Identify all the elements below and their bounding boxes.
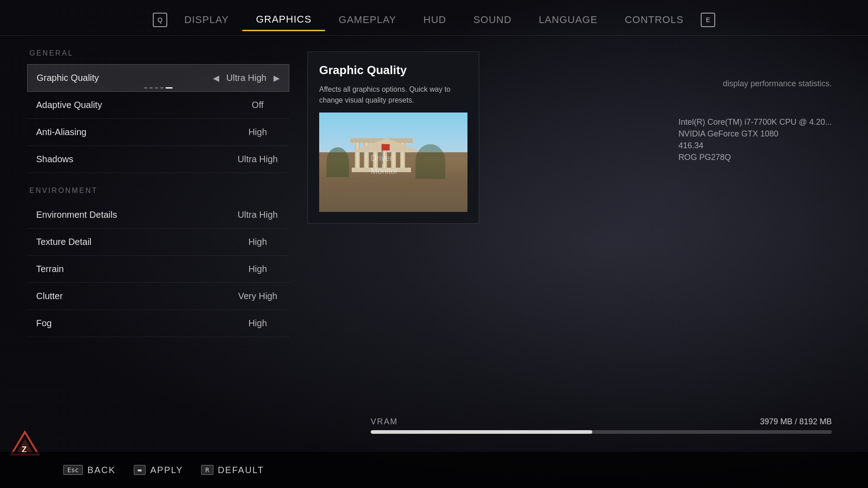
apply-label: APPLY <box>150 465 183 475</box>
driver-label: Driver <box>371 154 398 163</box>
dot-2 <box>149 87 153 89</box>
adaptive-quality-value: Off <box>235 100 280 110</box>
bottom-actions: Esc BACK ▬ APPLY R DEFAULT <box>18 465 850 475</box>
driver-info: 416.34 <box>679 141 832 150</box>
nav-controls[interactable]: Controls <box>611 9 697 30</box>
system-info-panel: Intel(R) Core(TM) i7-7700K CPU @ 4.20...… <box>679 117 832 164</box>
environment-settings-list: Environment Details Ultra High Texture D… <box>27 202 289 337</box>
nav-gameplay[interactable]: Gameplay <box>325 9 410 30</box>
section-general-label: GENERAL <box>29 49 289 57</box>
general-settings-list: Graphic Quality ◀ Ultra High ▶ <box>27 64 289 173</box>
graphic-quality-value: Ultra High <box>224 73 269 83</box>
tooltip-popup: Graphic Quality Affects all graphics opt… <box>307 52 479 224</box>
setting-graphic-quality[interactable]: Graphic Quality ◀ Ultra High ▶ <box>27 64 289 92</box>
tooltip-panel: Graphic Quality Affects all graphics opt… <box>307 49 841 351</box>
vram-value: 3979 MB / 8192 MB <box>760 417 832 427</box>
dot-3 <box>155 87 158 89</box>
texture-detail-label: Texture Detail <box>36 237 91 247</box>
tooltip-description: Affects all graphics options. Quick way … <box>319 84 467 106</box>
apply-key-badge: ▬ <box>134 465 146 475</box>
anti-aliasing-label: Anti-Aliasing <box>36 127 86 137</box>
vram-section: VRAM 3979 MB / 8192 MB <box>371 417 832 434</box>
texture-detail-value: High <box>235 237 280 247</box>
shadows-value: Ultra High <box>235 154 280 164</box>
setting-anti-aliasing[interactable]: Anti-Aliasing High <box>27 119 289 146</box>
environment-details-label: Environment Details <box>36 210 117 220</box>
graphic-quality-dots <box>144 87 173 89</box>
dot-5 <box>165 87 173 89</box>
default-button[interactable]: R DEFAULT <box>201 465 264 475</box>
gpu-info: NVIDIA GeForce GTX 1080 <box>679 129 832 139</box>
setting-texture-detail[interactable]: Texture Detail High <box>27 229 289 256</box>
nav-sound[interactable]: Sound <box>460 9 525 30</box>
setting-clutter[interactable]: Clutter Very High <box>27 283 289 310</box>
nav-display[interactable]: Display <box>171 9 242 30</box>
back-label: BACK <box>87 465 115 475</box>
settings-panel: GENERAL Graphic Quality ◀ Ultra High ▶ <box>27 49 289 351</box>
nav-graphics[interactable]: Graphics <box>242 9 325 31</box>
setting-shadows[interactable]: Shadows Ultra High <box>27 146 289 173</box>
vram-label: VRAM <box>371 417 398 427</box>
performance-text: display performance statistics. <box>723 79 832 89</box>
setting-terrain[interactable]: Terrain High <box>27 256 289 283</box>
vram-bar-background <box>371 430 832 434</box>
setting-adaptive-quality[interactable]: Adaptive Quality Off <box>27 92 289 119</box>
vram-label-row: VRAM 3979 MB / 8192 MB <box>371 417 832 427</box>
vram-bar-fill <box>371 430 592 434</box>
monitor-label: Monitor <box>371 167 398 176</box>
default-label: DEFAULT <box>218 465 264 475</box>
page-content: Q Display Graphics Gameplay HUD Sound La… <box>0 0 868 488</box>
terrain-label: Terrain <box>36 264 64 274</box>
shadows-label: Shadows <box>36 154 73 164</box>
nav-language[interactable]: Language <box>525 9 611 30</box>
top-navigation: Q Display Graphics Gameplay HUD Sound La… <box>0 0 868 36</box>
graphic-quality-arrow-right[interactable]: ▶ <box>274 73 280 83</box>
terrain-value: High <box>235 264 280 274</box>
adaptive-quality-label: Adaptive Quality <box>36 100 102 110</box>
apply-button[interactable]: ▬ APPLY <box>134 465 183 475</box>
dot-1 <box>144 87 147 89</box>
cpu-info: Intel(R) Core(TM) i7-7700K CPU @ 4.20... <box>679 117 832 127</box>
fog-value: High <box>235 318 280 328</box>
fog-label: Fog <box>36 318 52 328</box>
anti-aliasing-value: High <box>235 127 280 137</box>
dot-4 <box>160 87 164 89</box>
setting-fog[interactable]: Fog High <box>27 310 289 337</box>
graphic-quality-arrow-left[interactable]: ◀ <box>213 73 219 83</box>
nav-hud[interactable]: HUD <box>410 9 460 30</box>
setting-environment-details[interactable]: Environment Details Ultra High <box>27 202 289 229</box>
nav-key-e: E <box>701 13 715 27</box>
back-key-badge: Esc <box>63 465 83 475</box>
tooltip-title: Graphic Quality <box>319 63 467 77</box>
graphic-quality-label: Graphic Quality <box>37 73 99 83</box>
clutter-value: Very High <box>235 291 280 301</box>
default-key-badge: R <box>201 465 213 475</box>
environment-details-value: Ultra High <box>235 210 280 220</box>
graphic-quality-control[interactable]: ◀ Ultra High ▶ <box>213 73 280 83</box>
nav-key-q: Q <box>153 13 167 27</box>
back-button[interactable]: Esc BACK <box>63 465 116 475</box>
bottom-bar: Esc BACK ▬ APPLY R DEFAULT <box>0 452 868 488</box>
monitor-info: ROG PG278Q <box>679 153 832 162</box>
clutter-label: Clutter <box>36 291 63 301</box>
section-environment-label: ENVIRONMENT <box>29 187 289 195</box>
hw-labels: Driver Monitor <box>371 154 398 180</box>
